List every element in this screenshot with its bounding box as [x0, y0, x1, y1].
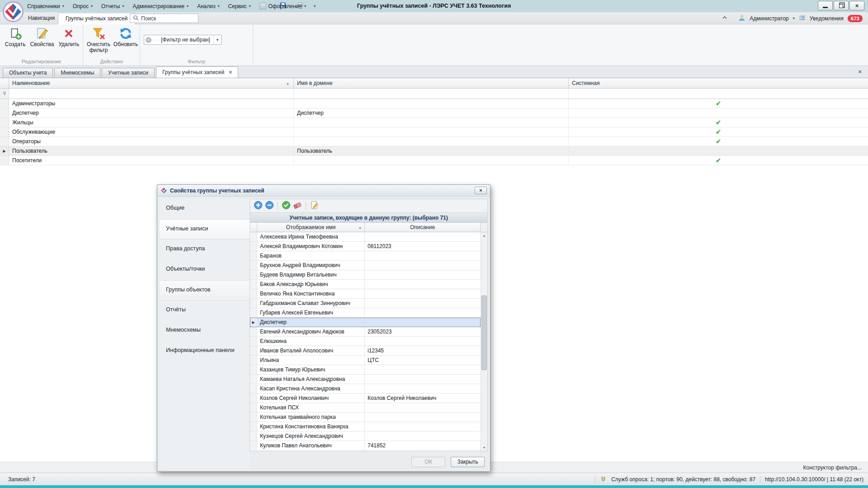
menu-item[interactable]: Справочники ▾ — [27, 3, 64, 9]
account-row[interactable]: Евгений Александрович Авдюков 23052023 — [250, 327, 481, 337]
create-button[interactable]: Создать — [2, 26, 28, 56]
account-row[interactable]: Кристина Константиновна Ванярха — [250, 422, 481, 432]
dialog-nav-item[interactable]: Информационные панели — [160, 341, 250, 361]
dialog-column-display-name[interactable]: Отображаемое имя — [257, 223, 365, 232]
scrollbar-thumb[interactable] — [481, 296, 487, 370]
table-row[interactable]: Администраторы — [0, 99, 868, 108]
account-row[interactable]: Котельная ПСХ — [250, 403, 481, 413]
account-row[interactable]: Куликов Павел Анатольевич 741852 — [250, 441, 481, 450]
table-row[interactable]: Посетители — [0, 156, 868, 165]
vertical-scrollbar[interactable]: ▲ ▼ — [481, 232, 487, 451]
dialog-column-description[interactable]: Описание — [365, 223, 481, 232]
search-input[interactable]: Поиск — [130, 14, 198, 23]
collapse-ribbon-icon[interactable] — [722, 14, 728, 22]
menu-item[interactable]: Сервис ▾ — [228, 3, 250, 9]
edit-document-icon[interactable] — [310, 201, 319, 211]
row-indicator — [250, 441, 257, 450]
user-menu[interactable]: Администратор — [750, 15, 789, 22]
user-chevron-down-icon[interactable]: ▾ — [793, 16, 795, 20]
scroll-up-icon[interactable]: ▲ — [481, 232, 487, 239]
account-row[interactable]: Величко Яна Константиновна — [250, 289, 481, 299]
column-header-system[interactable]: Системная — [569, 78, 868, 88]
dialog-nav-item[interactable]: Общие — [160, 199, 250, 219]
chevron-down-icon: ▾ — [249, 4, 251, 8]
column-header-name[interactable]: Наименование — [9, 78, 294, 88]
filter-cell-name[interactable] — [9, 89, 294, 99]
select-all-icon[interactable] — [282, 201, 291, 211]
column-header-domain[interactable]: Имя в домене — [294, 78, 569, 88]
menu-item[interactable]: Отчеты ▾ — [101, 3, 124, 9]
account-row[interactable]: Габдрахманов Салават Зиннурович — [250, 299, 481, 308]
dialog-nav-item[interactable]: Группы объектов — [160, 280, 250, 300]
menu-item[interactable]: Оформление ▾ — [259, 3, 307, 9]
notifications-badge[interactable]: 673 — [848, 15, 863, 22]
clear-icon[interactable]: × — [146, 37, 151, 43]
row-indicator — [250, 289, 257, 298]
account-row[interactable]: Иванов Виталий Аполосович i12345 — [250, 346, 481, 356]
combobox-dropdown-icon[interactable]: ▼ — [213, 35, 221, 44]
cell-description: 23052023 — [365, 327, 481, 336]
document-tab[interactable]: Мнемосхемы × — [54, 68, 100, 78]
notifications-link[interactable]: Уведомления — [810, 15, 844, 22]
eraser-icon[interactable] — [293, 201, 302, 211]
dialog-nav-item[interactable]: Права доступа — [160, 239, 250, 260]
properties-button[interactable]: Свойства — [29, 26, 55, 56]
delete-button[interactable]: Удалить — [56, 26, 82, 56]
document-tab-label: Объекты учета — [9, 68, 47, 78]
close-button[interactable]: × — [849, 1, 864, 10]
dialog-titlebar[interactable]: Свойства группы учетных записей × — [157, 185, 490, 197]
account-row[interactable]: Ильина ЦТС — [250, 356, 481, 365]
restore-button[interactable] — [834, 1, 849, 10]
account-row[interactable]: Баранов — [250, 251, 481, 261]
dialog-nav-item[interactable]: Учётные записи — [160, 219, 250, 239]
account-row[interactable]: Алексеева Ирина Тимофеевна — [250, 232, 481, 242]
close-dialog-button[interactable]: Закрыть — [451, 457, 485, 467]
account-row[interactable]: Казанцев Тимур Юрьевич — [250, 365, 481, 375]
clear-filter-button[interactable]: Очистить фильтр — [85, 26, 112, 56]
poll-info: Служб опроса: 1; портов: 90, действует: … — [611, 476, 755, 483]
tabbar-close-icon[interactable]: × — [858, 68, 862, 75]
account-row[interactable]: Котельная трамвайного парка — [250, 413, 481, 422]
document-tab[interactable]: Объекты учета × — [3, 68, 53, 78]
table-row[interactable]: Операторы — [0, 137, 868, 146]
table-row[interactable]: Обслуживающие — [0, 127, 868, 137]
menu-item[interactable]: Анализ ▾ — [197, 3, 220, 9]
ok-button[interactable]: ОК — [411, 457, 445, 467]
menu-item[interactable]: Опрос ▾ — [73, 3, 93, 9]
ribbon-tab-navigation[interactable]: Навигация — [28, 12, 55, 24]
filter-cell-system[interactable] — [569, 89, 868, 99]
account-row[interactable]: Будеев Владимир Витальевич — [250, 270, 481, 280]
account-row[interactable]: Камаева Наталья Александровна — [250, 375, 481, 384]
auto-filter-row[interactable] — [0, 89, 868, 99]
account-row[interactable]: Диспетчер — [250, 318, 481, 327]
dialog-nav-item[interactable]: Отчёты — [160, 300, 250, 321]
account-row[interactable]: Елюшкина — [250, 337, 481, 346]
dialog-nav-item[interactable]: Мнемосхемы — [160, 321, 250, 341]
account-row[interactable]: Бяков Александр Юрьевич — [250, 280, 481, 289]
app-logo-icon[interactable] — [2, 1, 24, 23]
dialog-close-button[interactable]: × — [475, 187, 487, 194]
scroll-down-icon[interactable]: ▼ — [481, 444, 487, 451]
filter-builder-link[interactable]: Конструктор фильтра... — [803, 465, 862, 471]
dialog-nav-item[interactable]: Объекты/точки — [160, 260, 250, 280]
filter-cell-domain[interactable] — [294, 89, 569, 99]
refresh-button[interactable]: Обновить — [113, 26, 139, 56]
table-row[interactable]: Диспетчер Диспетчер — [0, 108, 868, 118]
close-tab-icon[interactable]: × — [229, 68, 232, 77]
table-row[interactable]: Пользователь Пользователь — [0, 146, 868, 156]
account-row[interactable]: Алексей Владимирович Котомин 08112023 — [250, 242, 481, 251]
account-row[interactable]: Кузнецов Сергей Александрович — [250, 432, 481, 441]
menu-item[interactable]: Администрирование ▾ — [132, 3, 188, 9]
add-account-icon[interactable] — [254, 201, 263, 211]
minimize-button[interactable] — [818, 1, 833, 10]
account-row[interactable]: Губарев Алексей Евгеньевич — [250, 308, 481, 318]
table-row[interactable]: Жильцы — [0, 118, 868, 127]
document-tab[interactable]: Учетные записи × — [102, 68, 155, 78]
account-row[interactable]: Козлов Сергей Николаевич Козлов Сергей Н… — [250, 394, 481, 403]
ribbon-tab-active[interactable]: Группы учётных записей — [58, 13, 135, 24]
remove-account-icon[interactable] — [265, 201, 274, 211]
account-row[interactable]: Брухнов Андрей Владимирович — [250, 261, 481, 270]
filter-combobox[interactable]: × [Фильтр не выбран] ▼ — [144, 35, 222, 45]
document-tab[interactable]: Группы учётных записей × — [156, 66, 238, 78]
account-row[interactable]: Касап Кристина Александровна — [250, 384, 481, 394]
